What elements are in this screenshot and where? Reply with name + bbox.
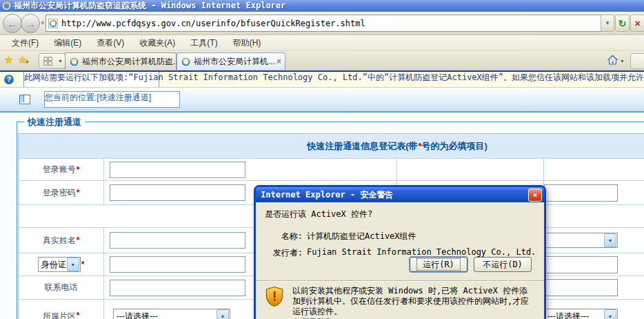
phone-input[interactable]: [110, 280, 245, 296]
dialog-question: 是否运行该 ActiveX 控件?: [256, 202, 544, 220]
close-icon: ×: [533, 191, 538, 200]
back-icon: ←: [8, 18, 18, 30]
password-input[interactable]: [110, 184, 245, 201]
menu-bar: 文件(F) 编辑(E) 查看(V) 收藏夹(A) 工具(T) 帮助(H): [0, 35, 644, 51]
chevron-down-icon: ▼: [605, 20, 610, 26]
shield-warning-icon: !: [265, 286, 284, 307]
stop-button[interactable]: ×: [630, 14, 644, 32]
quick-tabs-button[interactable]: [39, 53, 57, 69]
tabs-bar: ★ ★ + ▼ 福州市公安局计算机防盗... 福州市公安局计算机... × ▼: [0, 51, 644, 72]
required-mark: *: [77, 188, 80, 197]
menu-help[interactable]: 帮助(H): [225, 36, 269, 50]
dialog-divider: [256, 280, 544, 282]
address-bar[interactable]: http://www.pcfdqsys.gov.cn/userinfo/bfus…: [46, 14, 603, 32]
tab-active[interactable]: 福州市公安局计算机... ×: [177, 52, 285, 70]
id-type-value: 身份证: [39, 259, 66, 271]
dialog-close-button[interactable]: ×: [528, 188, 542, 202]
dialog-name-row: 名称: 计算机防盗登记ActiveX组件: [256, 231, 544, 242]
breadcrumb: 您当前的位置:[快速注册通道]: [44, 91, 180, 108]
password-label: 登录密码: [43, 187, 76, 199]
info-icon: ?: [4, 75, 14, 84]
toolbar-partial-icon[interactable]: [630, 53, 644, 69]
quick-tabs-grid-icon: [43, 57, 52, 66]
tab-label: 福州市公安局计算机防盗...: [82, 56, 177, 68]
select-arrow-icon: ▼: [604, 233, 616, 247]
address-dropdown-button[interactable]: ▼: [601, 14, 614, 32]
url-text[interactable]: http://www.pcfdqsys.gov.cn/userinfo/bfus…: [61, 19, 365, 28]
page-content: 快速注册通道 快速注册通道信息登记表(带*号的为必填项目) 登录账号* 登录密码…: [0, 113, 644, 319]
realname-input[interactable]: [110, 232, 245, 249]
table-title-row: 快速注册通道信息登记表(带*号的为必填项目): [19, 134, 644, 158]
select-arrow-icon: ▼: [604, 309, 616, 319]
dont-run-button[interactable]: 不运行(D): [474, 257, 532, 272]
add-favorite-plus-icon: +: [25, 57, 29, 66]
name-label: 名称:: [256, 231, 303, 242]
right-phone-row-input[interactable]: [544, 279, 618, 296]
right-id-row-input[interactable]: [544, 256, 618, 273]
history-dropdown-icon[interactable]: ▼: [40, 20, 46, 26]
menu-view[interactable]: 查看(V): [89, 36, 132, 50]
right-realname-row-select[interactable]: ▼: [544, 233, 618, 248]
security-warning-dialog: Internet Explorer - 安全警告 × 是否运行该 ActiveX…: [254, 185, 546, 319]
menu-tools[interactable]: 工具(T): [183, 36, 225, 50]
menu-favorites[interactable]: 收藏夹(A): [132, 36, 183, 50]
back-button[interactable]: ←: [3, 14, 22, 33]
id-number-input[interactable]: [110, 256, 245, 273]
exclamation-mark: !: [270, 290, 278, 304]
ie-logo-icon: [2, 1, 11, 10]
favorites-center-icon[interactable]: ★: [4, 54, 13, 66]
realname-label: 真实姓名: [43, 235, 76, 246]
refresh-button[interactable]: ↻: [615, 14, 630, 32]
select-arrow-icon: ▼: [217, 309, 229, 319]
dialog-body: 是否运行该 ActiveX 控件? 名称: 计算机防盗登记ActiveX组件 发…: [256, 202, 544, 319]
right-district-row-select[interactable]: ---请选择--- ▼: [544, 309, 618, 319]
chevron-down-icon: ▼: [58, 59, 63, 64]
required-mark: *: [77, 311, 80, 319]
table-title: 快速注册通道信息登记表(带*号的为必填项目): [307, 140, 487, 153]
forward-button[interactable]: →: [21, 14, 40, 33]
district-value: ---请选择---: [114, 311, 216, 319]
account-label: 登录账号: [43, 164, 76, 175]
warning-text: 以前安装其他程序或安装 Windows 时,已将 ActiveX 控件添加到计算…: [292, 286, 529, 316]
right-password-row-input[interactable]: [544, 184, 618, 202]
required-mark: *: [77, 235, 80, 245]
refresh-icon: ↻: [618, 18, 627, 29]
navigation-bar: ← → ▼ http://www.pcfdqsys.gov.cn/userinf…: [0, 12, 644, 35]
id-type-select[interactable]: 身份证 ▼: [38, 257, 81, 272]
tab-list-dropdown-button[interactable]: ▼: [56, 53, 66, 69]
dialog-titlebar[interactable]: Internet Explorer - 安全警告 ×: [256, 187, 544, 202]
district-label: 所属片区: [43, 311, 76, 319]
fieldset-legend: 快速注册通道: [24, 116, 85, 128]
publisher-label: 发行者:: [256, 247, 303, 259]
page-ie-icon: [48, 19, 58, 28]
window-titlebar: 福州市公安局计算机防盗窃追踪系统 - Windows Internet Expl…: [0, 0, 644, 12]
window-title: 福州市公安局计算机防盗窃追踪系统 - Windows Internet Expl…: [14, 0, 285, 12]
account-input[interactable]: [110, 162, 245, 178]
tab-ie-icon: [70, 57, 79, 66]
stop-icon: ×: [634, 18, 640, 29]
info-bar-text[interactable]: 此网站需要运行以下加载项:“Fujian Strait Information …: [23, 72, 159, 88]
required-mark: *: [81, 260, 85, 269]
location-page-icon: [19, 95, 30, 104]
name-value: 计算机防盗登记ActiveX组件: [307, 231, 416, 242]
tab-close-icon[interactable]: ×: [276, 57, 281, 66]
required-mark: *: [77, 165, 80, 175]
phone-label: 联系电话: [45, 282, 78, 293]
forward-icon: →: [26, 18, 36, 30]
menu-edit[interactable]: 编辑(E): [46, 36, 89, 50]
right-district-value: ---请选择---: [545, 311, 603, 319]
home-icon[interactable]: [607, 55, 618, 66]
dialog-buttons: 运行(R) 不运行(D): [410, 257, 532, 272]
tab-ie-icon: [181, 57, 190, 66]
breadcrumb-bar: 您当前的位置:[快速注册通道]: [0, 88, 644, 113]
run-button[interactable]: 运行(R): [410, 257, 467, 272]
district-select[interactable]: ---请选择--- ▼: [113, 309, 230, 319]
activex-info-bar[interactable]: ? 此网站需要运行以下加载项:“Fujian Strait Informatio…: [0, 72, 644, 88]
select-arrow-icon: ▼: [67, 258, 79, 271]
tab-inactive[interactable]: 福州市公安局计算机防盗...: [65, 52, 177, 70]
dialog-title: Internet Explorer - 安全警告: [261, 189, 394, 201]
home-dropdown-icon[interactable]: ▼: [620, 59, 625, 64]
menu-file[interactable]: 文件(F): [4, 36, 46, 50]
browser-window: 福州市公安局计算机防盗窃追踪系统 - Windows Internet Expl…: [0, 0, 644, 319]
dialog-warning-section: ! 以前安装其他程序或安装 Windows 时,已将 ActiveX 控件添加到…: [265, 286, 535, 319]
